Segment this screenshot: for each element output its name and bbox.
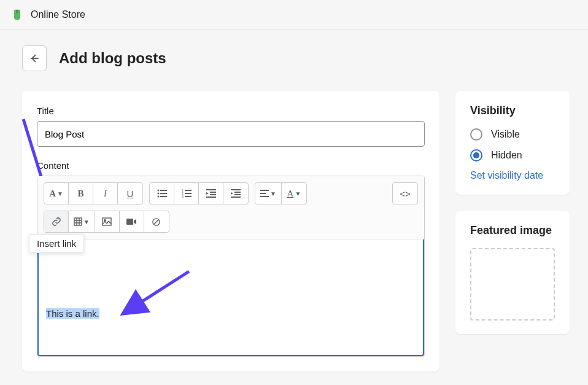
italic-button[interactable]: I <box>93 183 118 204</box>
bullet-list-icon <box>157 189 167 198</box>
page-title: Add blog posts <box>59 50 166 67</box>
featured-image-title: Featured image <box>470 224 555 237</box>
title-input[interactable] <box>37 121 425 147</box>
svg-rect-26 <box>126 219 133 225</box>
title-label: Title <box>37 106 425 116</box>
editor-body[interactable]: This is a link. <box>37 239 424 356</box>
svg-rect-10 <box>185 193 191 194</box>
back-button[interactable] <box>22 45 47 71</box>
text-color-button[interactable]: A▼ <box>282 183 306 204</box>
sidebar: Visibility Visible Hidden Set visibility… <box>455 91 570 371</box>
visibility-option-visible[interactable]: Visible <box>470 128 555 141</box>
numbered-list-icon: 123 <box>182 189 191 198</box>
radio-label: Hidden <box>491 150 522 161</box>
svg-rect-18 <box>234 194 241 195</box>
featured-image-dropzone[interactable] <box>470 248 555 321</box>
indent-icon <box>231 189 241 198</box>
rich-text-editor: A▼ B I U 123 <box>37 176 425 357</box>
outdent-button[interactable] <box>199 183 223 204</box>
svg-rect-23 <box>74 218 82 225</box>
svg-rect-19 <box>231 196 241 198</box>
svg-point-25 <box>104 220 106 222</box>
align-button[interactable]: ▼ <box>255 183 282 204</box>
bold-button[interactable]: B <box>69 183 93 204</box>
image-icon <box>102 217 112 226</box>
svg-rect-4 <box>160 193 167 194</box>
svg-point-0 <box>157 190 159 192</box>
svg-point-2 <box>157 196 159 198</box>
link-icon <box>52 217 61 227</box>
align-icon <box>260 190 269 197</box>
brand-logo-icon <box>11 9 23 21</box>
arrow-left-icon <box>29 53 40 64</box>
svg-rect-5 <box>160 196 167 197</box>
code-view-button[interactable]: <> <box>393 183 417 204</box>
visibility-card: Visibility Visible Hidden Set visibility… <box>455 91 570 195</box>
insert-image-button[interactable] <box>95 211 120 232</box>
svg-rect-11 <box>185 196 191 197</box>
outdent-icon <box>206 189 216 198</box>
svg-rect-12 <box>206 189 216 190</box>
insert-link-button[interactable] <box>44 211 69 232</box>
block-icon <box>152 217 161 227</box>
svg-rect-17 <box>234 192 241 193</box>
visibility-title: Visibility <box>470 104 555 117</box>
radio-icon <box>470 128 482 141</box>
svg-rect-15 <box>206 196 216 198</box>
font-family-button[interactable]: A▼ <box>44 183 69 204</box>
video-icon <box>126 218 136 225</box>
svg-rect-20 <box>260 190 269 191</box>
underline-button[interactable]: U <box>118 183 142 204</box>
svg-rect-9 <box>185 190 191 191</box>
page-header: Add blog posts <box>22 45 570 71</box>
set-visibility-date-link[interactable]: Set visibility date <box>470 170 555 181</box>
topbar: Online Store <box>0 0 588 29</box>
content-label: Content <box>37 160 425 171</box>
svg-text:3: 3 <box>182 195 184 198</box>
visibility-option-hidden[interactable]: Hidden <box>470 149 555 161</box>
svg-rect-16 <box>231 189 241 190</box>
table-icon <box>74 217 82 226</box>
svg-rect-21 <box>260 193 266 194</box>
featured-image-card: Featured image <box>455 211 570 334</box>
svg-rect-14 <box>210 194 216 195</box>
editor-selected-text: This is a link. <box>46 308 99 319</box>
indent-button[interactable] <box>223 183 248 204</box>
svg-rect-22 <box>260 196 269 197</box>
editor-toolbar: A▼ B I U 123 <box>37 176 424 239</box>
radio-icon <box>470 149 482 161</box>
svg-rect-24 <box>103 218 111 225</box>
svg-rect-3 <box>160 190 167 191</box>
main-card: Title Content A▼ B I U <box>22 91 439 371</box>
brand-name: Online Store <box>31 9 85 20</box>
insert-table-button[interactable]: ▼ <box>69 211 95 232</box>
numbered-list-button[interactable]: 123 <box>174 183 199 204</box>
insert-link-tooltip: Insert link <box>29 234 84 253</box>
svg-rect-13 <box>210 192 216 193</box>
clear-format-button[interactable] <box>144 211 169 232</box>
radio-label: Visible <box>491 129 520 140</box>
svg-point-1 <box>157 193 159 195</box>
insert-video-button[interactable] <box>120 211 144 232</box>
bullet-list-button[interactable] <box>150 183 174 204</box>
